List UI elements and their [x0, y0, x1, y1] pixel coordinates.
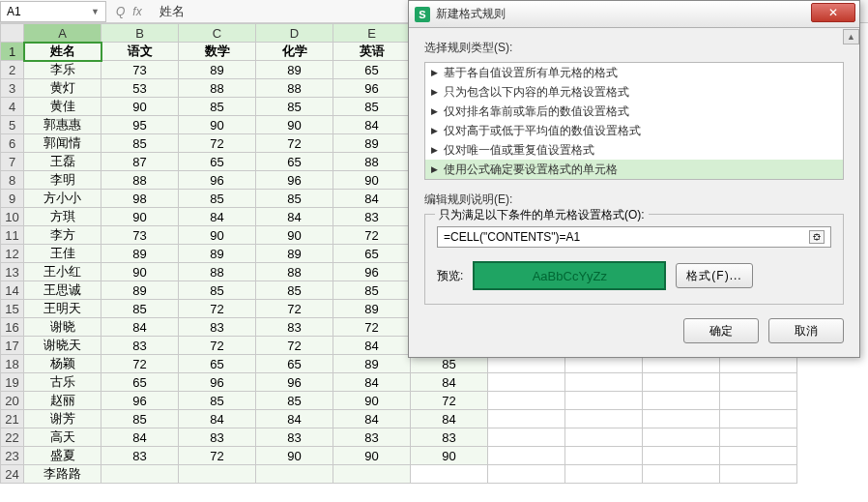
ok-button[interactable]: 确定 — [683, 318, 759, 343]
cell[interactable]: 72 — [256, 337, 333, 355]
cell[interactable] — [643, 392, 720, 410]
cell[interactable] — [256, 465, 333, 484]
cell[interactable]: 84 — [333, 337, 411, 355]
cell[interactable]: 72 — [179, 447, 256, 465]
rule-type-item[interactable]: ▶使用公式确定要设置格式的单元格 — [425, 160, 843, 179]
cell[interactable]: 84 — [333, 190, 411, 208]
cell[interactable]: 89 — [256, 61, 333, 79]
cell[interactable] — [643, 447, 720, 465]
cell[interactable]: 85 — [101, 134, 179, 153]
cell[interactable]: 90 — [333, 447, 411, 465]
cell[interactable]: 83 — [333, 428, 411, 447]
cell[interactable]: 95 — [101, 116, 179, 134]
cell[interactable]: 杨颖 — [24, 355, 101, 373]
row-header[interactable]: 22 — [1, 428, 24, 447]
cell[interactable]: 83 — [179, 318, 256, 337]
cancel-icon[interactable]: Q — [116, 5, 125, 18]
cell[interactable] — [643, 465, 720, 484]
cell[interactable]: 72 — [256, 300, 333, 318]
cell[interactable]: 96 — [101, 392, 179, 410]
rule-type-item[interactable]: ▶仅对唯一值或重复值设置格式 — [425, 140, 843, 160]
cell[interactable]: 谢晓天 — [24, 337, 101, 355]
cell[interactable]: 88 — [256, 79, 333, 98]
cell[interactable] — [488, 392, 565, 410]
cell[interactable]: 96 — [179, 373, 256, 392]
cell[interactable]: 96 — [256, 171, 333, 190]
cell[interactable]: 65 — [333, 61, 411, 79]
cell[interactable]: 84 — [256, 208, 333, 226]
cell[interactable]: 65 — [256, 153, 333, 171]
cell[interactable]: 85 — [101, 410, 179, 428]
cell[interactable]: 84 — [333, 373, 411, 392]
cell[interactable]: 96 — [179, 171, 256, 190]
cell[interactable]: 83 — [256, 428, 333, 447]
cell[interactable]: 90 — [179, 116, 256, 134]
cell[interactable]: 李乐 — [24, 61, 101, 79]
cell[interactable] — [488, 373, 565, 392]
cell[interactable]: 90 — [101, 263, 179, 281]
active-cell[interactable]: 姓名 — [24, 43, 101, 61]
header-cell[interactable]: 化学 — [256, 43, 333, 61]
select-all-cell[interactable] — [1, 24, 24, 43]
cell[interactable] — [565, 392, 643, 410]
cell[interactable]: 李方 — [24, 226, 101, 245]
cell[interactable] — [720, 392, 797, 410]
header-cell[interactable]: 数学 — [179, 43, 256, 61]
cell[interactable]: 83 — [101, 447, 179, 465]
cell[interactable] — [643, 410, 720, 428]
cell[interactable]: 85 — [333, 98, 411, 116]
cell[interactable]: 72 — [256, 134, 333, 153]
cell[interactable]: 65 — [179, 355, 256, 373]
cell[interactable]: 85 — [333, 281, 411, 300]
cell[interactable]: 85 — [256, 98, 333, 116]
format-button[interactable]: 格式(F)... — [676, 263, 752, 288]
row-header[interactable]: 14 — [1, 281, 24, 300]
cell[interactable]: 84 — [411, 373, 488, 392]
cell[interactable] — [565, 447, 643, 465]
cell[interactable]: 谢晓 — [24, 318, 101, 337]
cell[interactable]: 89 — [333, 355, 411, 373]
cell[interactable]: 85 — [101, 300, 179, 318]
cell[interactable]: 84 — [179, 208, 256, 226]
row-header[interactable]: 12 — [1, 245, 24, 263]
cell[interactable]: 方小小 — [24, 190, 101, 208]
row-header[interactable]: 19 — [1, 373, 24, 392]
cell[interactable]: 73 — [101, 61, 179, 79]
cell[interactable] — [565, 428, 643, 447]
cell[interactable]: 72 — [333, 318, 411, 337]
cell[interactable] — [488, 447, 565, 465]
row-header[interactable]: 9 — [1, 190, 24, 208]
cell[interactable]: 李路路 — [24, 465, 101, 484]
cell[interactable]: 90 — [333, 171, 411, 190]
rule-type-item[interactable]: ▶只为包含以下内容的单元格设置格式 — [425, 82, 843, 102]
cell[interactable]: 85 — [179, 98, 256, 116]
cell[interactable]: 郭闻情 — [24, 134, 101, 153]
row-header[interactable]: 8 — [1, 171, 24, 190]
cell[interactable]: 90 — [101, 208, 179, 226]
row-header[interactable]: 21 — [1, 410, 24, 428]
column-header[interactable]: D — [256, 24, 333, 43]
cell[interactable]: 88 — [256, 263, 333, 281]
row-header[interactable]: 10 — [1, 208, 24, 226]
cell[interactable]: 89 — [333, 300, 411, 318]
cell[interactable]: 90 — [256, 447, 333, 465]
rule-type-item[interactable]: ▶仅对高于或低于平均值的数值设置格式 — [425, 121, 843, 140]
cell[interactable]: 65 — [256, 355, 333, 373]
header-cell[interactable]: 英语 — [333, 43, 411, 61]
close-button[interactable]: ✕ — [811, 3, 855, 22]
cell[interactable]: 84 — [333, 116, 411, 134]
cell[interactable]: 89 — [101, 245, 179, 263]
cell[interactable]: 89 — [179, 245, 256, 263]
cell[interactable]: 85 — [179, 281, 256, 300]
row-header[interactable]: 5 — [1, 116, 24, 134]
cell[interactable]: 88 — [101, 171, 179, 190]
cell[interactable]: 96 — [333, 79, 411, 98]
cell[interactable]: 72 — [179, 337, 256, 355]
cell[interactable]: 96 — [256, 373, 333, 392]
cell[interactable]: 90 — [256, 226, 333, 245]
column-header[interactable]: B — [101, 24, 179, 43]
cell[interactable]: 84 — [411, 410, 488, 428]
cell[interactable]: 古乐 — [24, 373, 101, 392]
column-header[interactable]: A — [24, 24, 101, 43]
cell[interactable]: 72 — [333, 226, 411, 245]
